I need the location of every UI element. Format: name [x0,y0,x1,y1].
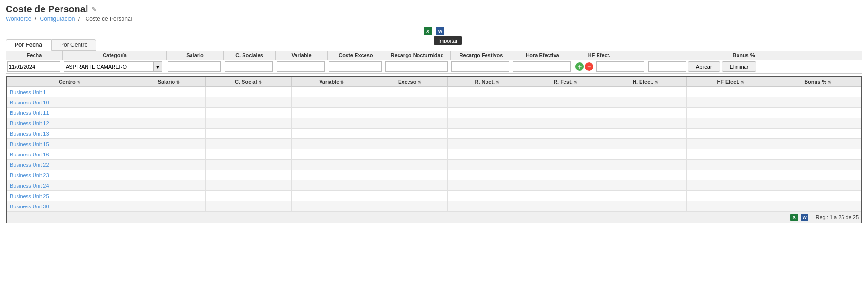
th-r-noct: R. Noct. ⇅ [447,77,527,87]
cell-h-efect [604,108,687,118]
cell-exceso [372,87,447,97]
cell-centro[interactable]: Business Unit 15 [7,139,132,149]
sort-h-efect-icon[interactable]: ⇅ [655,80,658,85]
table-header-row: Centro ⇅ Salario ⇅ C. Social ⇅ Variable … [7,77,861,87]
sort-exceso-icon[interactable]: ⇅ [418,80,421,85]
sort-centro-icon[interactable]: ⇅ [77,80,80,85]
c-sociales-input-wrap [224,61,276,72]
cell-centro[interactable]: Business Unit 12 [7,118,132,129]
cell-r-fest [527,191,604,201]
recargo-festivos-input[interactable] [451,61,509,72]
cell-centro[interactable]: Business Unit 25 [7,191,132,201]
sort-c-social-icon[interactable]: ⇅ [259,80,262,85]
cell-hf-efect [687,149,774,160]
cell-centro[interactable]: Business Unit 1 [7,87,132,97]
table-row[interactable]: Business Unit 16 [7,149,861,160]
salario-input[interactable] [168,61,221,72]
cell-r-noct [447,87,527,97]
coste-exceso-input[interactable] [329,61,382,72]
variable-input[interactable] [277,61,325,72]
cell-variable [291,149,372,160]
recargo-festivos-input-wrap [451,61,512,72]
cell-centro[interactable]: Business Unit 30 [7,201,132,212]
cell-bonus [774,149,861,160]
breadcrumb-workforce[interactable]: Workforce [6,16,31,22]
footer-word-icon[interactable]: W [801,214,808,221]
categoria-dropdown-btn[interactable]: ▼ [154,61,162,72]
table-row[interactable]: Business Unit 1 [7,87,861,97]
table-row[interactable]: Business Unit 12 [7,118,861,129]
table-row[interactable]: Business Unit 11 [7,108,861,118]
cell-centro[interactable]: Business Unit 16 [7,149,132,160]
c-sociales-input[interactable] [225,61,273,72]
cell-c-social [205,149,291,160]
sort-salario-icon[interactable]: ⇅ [176,80,180,85]
export-word-icon[interactable]: W [435,26,445,36]
cell-exceso [372,180,447,191]
edit-title-icon[interactable]: ✎ [91,6,97,13]
salario-input-wrap [167,61,224,72]
cell-bonus [774,129,861,139]
table-row[interactable]: Business Unit 22 [7,160,861,170]
tab-por-centro[interactable]: Por Centro [51,39,96,51]
th-h-efect: H. Efect. ⇅ [604,77,687,87]
cell-centro[interactable]: Business Unit 24 [7,180,132,191]
cell-r-noct [447,139,527,149]
cell-centro[interactable]: Business Unit 13 [7,129,132,139]
sort-r-noct-icon[interactable]: ⇅ [496,80,499,85]
filter-inputs-row: ▼ + − Aplicar [6,60,862,73]
cell-salario [132,180,206,191]
fecha-input[interactable] [7,61,60,72]
categoria-input[interactable] [64,61,154,72]
cell-hf-efect [687,160,774,170]
cell-h-efect [604,118,687,129]
table-row[interactable]: Business Unit 10 [7,97,861,108]
table-row[interactable]: Business Unit 25 [7,191,861,201]
cell-centro[interactable]: Business Unit 23 [7,170,132,180]
cell-c-social [205,129,291,139]
hf-efect-input-wrap [595,61,647,72]
apply-btn[interactable]: Aplicar [688,61,720,72]
cell-centro[interactable]: Business Unit 10 [7,97,132,108]
cell-salario [132,170,206,180]
sort-r-fest-icon[interactable]: ⇅ [574,80,577,85]
sort-hf-efect-icon[interactable]: ⇅ [741,80,744,85]
cell-hf-efect [687,87,774,97]
th-exceso: Exceso ⇅ [372,77,447,87]
table-row[interactable]: Business Unit 30 [7,201,861,212]
cell-variable [291,160,372,170]
cell-hf-efect [687,97,774,108]
cell-h-efect [604,129,687,139]
col-header-salario: Salario [167,51,224,60]
table-row[interactable]: Business Unit 24 [7,180,861,191]
remove-row-btn[interactable]: − [585,62,593,71]
col-header-c-sociales: C. Sociales [224,51,276,60]
recargo-nocturnidad-input-wrap [384,61,451,72]
cell-r-noct [447,201,527,212]
cell-bonus [774,118,861,129]
hf-efect-input[interactable] [596,61,644,72]
bonus-input[interactable] [648,61,686,72]
cell-r-fest [527,87,604,97]
add-row-btn[interactable]: + [575,62,584,71]
recargo-nocturnidad-input[interactable] [385,61,448,72]
cell-centro[interactable]: Business Unit 22 [7,160,132,170]
export-xls-icon[interactable]: X [423,26,433,36]
delete-btn[interactable]: Eliminar [722,61,757,72]
table-row[interactable]: Business Unit 23 [7,170,861,180]
tab-por-fecha[interactable]: Por Fecha [6,39,51,51]
cell-r-fest [527,118,604,129]
footer-xls-icon[interactable]: X [790,214,798,221]
cell-h-efect [604,191,687,201]
hora-efectiva-input[interactable] [513,61,571,72]
cell-c-social [205,87,291,97]
cell-hf-efect [687,191,774,201]
table-row[interactable]: Business Unit 13 [7,129,861,139]
table-row[interactable]: Business Unit 15 [7,139,861,149]
cell-r-fest [527,139,604,149]
cell-centro[interactable]: Business Unit 11 [7,108,132,118]
sort-variable-icon[interactable]: ⇅ [340,80,344,85]
cell-exceso [372,160,447,170]
sort-bonus-icon[interactable]: ⇅ [828,80,831,85]
breadcrumb-configuracion[interactable]: Configuración [40,16,75,22]
